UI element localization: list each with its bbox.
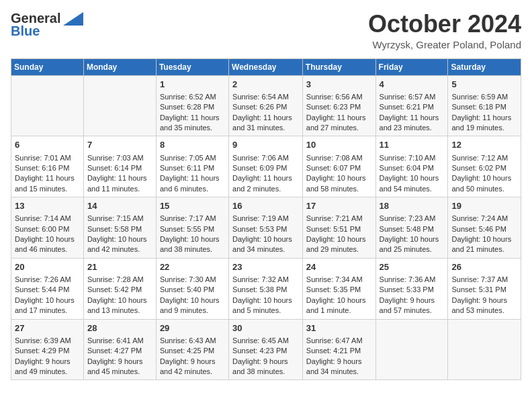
sunrise-text: Sunrise: 7:36 AM xyxy=(380,275,445,285)
sunrise-text: Sunrise: 6:52 AM xyxy=(160,92,225,102)
location: Wyrzysk, Greater Poland, Poland xyxy=(368,39,521,50)
calendar-cell: 11Sunrise: 7:10 AMSunset: 6:04 PMDayligh… xyxy=(375,136,448,197)
sunrise-text: Sunrise: 6:56 AM xyxy=(306,92,372,102)
calendar-cell: 18Sunrise: 7:23 AMSunset: 5:48 PMDayligh… xyxy=(375,197,448,259)
daylight-text: Daylight: 10 hours and 17 minutes. xyxy=(15,295,80,316)
day-number: 6 xyxy=(15,139,80,151)
daylight-text: Daylight: 10 hours and 1 minute. xyxy=(306,295,372,316)
sunset-text: Sunset: 4:23 PM xyxy=(232,346,299,356)
daylight-text: Daylight: 11 hours and 2 minutes. xyxy=(232,173,299,194)
calendar-cell: 1Sunrise: 6:52 AMSunset: 6:28 PMDaylight… xyxy=(156,75,228,136)
day-number: 29 xyxy=(160,322,225,334)
week-row-5: 27Sunrise: 6:39 AMSunset: 4:29 PMDayligh… xyxy=(11,319,521,380)
day-number: 20 xyxy=(15,261,80,273)
sunset-text: Sunset: 5:53 PM xyxy=(232,224,299,234)
sunset-text: Sunset: 6:04 PM xyxy=(380,163,445,173)
sunrise-text: Sunrise: 7:30 AM xyxy=(160,275,225,285)
daylight-text: Daylight: 10 hours and 29 minutes. xyxy=(306,234,372,255)
calendar-cell: 29Sunrise: 6:43 AMSunset: 4:25 PMDayligh… xyxy=(156,319,228,380)
daylight-text: Daylight: 11 hours and 15 minutes. xyxy=(15,173,80,194)
daylight-text: Daylight: 11 hours and 19 minutes. xyxy=(451,113,517,134)
daylight-text: Daylight: 10 hours and 9 minutes. xyxy=(160,295,225,316)
day-number: 12 xyxy=(451,139,517,151)
sunrise-text: Sunrise: 7:10 AM xyxy=(380,153,445,163)
day-number: 25 xyxy=(380,261,445,273)
sunrise-text: Sunrise: 6:54 AM xyxy=(232,92,299,102)
daylight-text: Daylight: 11 hours and 35 minutes. xyxy=(160,113,225,134)
sunset-text: Sunset: 5:31 PM xyxy=(451,285,517,295)
day-number: 8 xyxy=(160,139,225,151)
calendar-cell: 22Sunrise: 7:30 AMSunset: 5:40 PMDayligh… xyxy=(156,258,228,319)
sunset-text: Sunset: 5:33 PM xyxy=(380,285,445,295)
day-number: 4 xyxy=(380,79,445,91)
calendar-cell: 31Sunrise: 6:47 AMSunset: 4:21 PMDayligh… xyxy=(302,319,375,380)
daylight-text: Daylight: 10 hours and 42 minutes. xyxy=(87,234,152,255)
calendar-cell xyxy=(83,75,156,136)
day-header-monday: Monday xyxy=(83,58,156,75)
sunset-text: Sunset: 5:46 PM xyxy=(451,224,517,234)
calendar-cell: 13Sunrise: 7:14 AMSunset: 6:00 PMDayligh… xyxy=(11,197,84,259)
sunset-text: Sunset: 6:16 PM xyxy=(15,163,80,173)
month-title: October 2024 xyxy=(368,11,521,38)
daylight-text: Daylight: 9 hours and 45 minutes. xyxy=(87,357,152,377)
sunset-text: Sunset: 5:35 PM xyxy=(306,285,372,295)
svg-marker-0 xyxy=(63,12,83,26)
sunset-text: Sunset: 5:44 PM xyxy=(15,285,80,295)
calendar-cell: 14Sunrise: 7:15 AMSunset: 5:58 PMDayligh… xyxy=(83,197,156,259)
sunset-text: Sunset: 4:29 PM xyxy=(15,346,80,356)
day-number: 9 xyxy=(232,139,299,151)
daylight-text: Daylight: 10 hours and 54 minutes. xyxy=(380,173,445,194)
daylight-text: Daylight: 10 hours and 13 minutes. xyxy=(87,295,152,316)
day-header-tuesday: Tuesday xyxy=(156,58,228,75)
calendar-table: SundayMondayTuesdayWednesdayThursdayFrid… xyxy=(11,58,521,381)
days-header-row: SundayMondayTuesdayWednesdayThursdayFrid… xyxy=(11,58,521,75)
calendar-cell: 9Sunrise: 7:06 AMSunset: 6:09 PMDaylight… xyxy=(229,136,303,197)
sunrise-text: Sunrise: 7:21 AM xyxy=(306,214,372,224)
daylight-text: Daylight: 9 hours and 42 minutes. xyxy=(160,357,225,377)
calendar-cell: 16Sunrise: 7:19 AMSunset: 5:53 PMDayligh… xyxy=(229,197,303,259)
day-number: 30 xyxy=(232,322,299,334)
sunset-text: Sunset: 4:25 PM xyxy=(160,346,225,356)
calendar-cell: 3Sunrise: 6:56 AMSunset: 6:23 PMDaylight… xyxy=(302,75,375,136)
sunrise-text: Sunrise: 7:05 AM xyxy=(160,153,225,163)
day-number: 16 xyxy=(232,200,299,212)
calendar-cell: 26Sunrise: 7:37 AMSunset: 5:31 PMDayligh… xyxy=(448,258,521,319)
daylight-text: Daylight: 9 hours and 34 minutes. xyxy=(306,357,372,377)
sunset-text: Sunset: 6:14 PM xyxy=(87,163,152,173)
sunset-text: Sunset: 6:26 PM xyxy=(232,102,299,112)
logo: General Blue xyxy=(11,11,83,39)
sunrise-text: Sunrise: 7:26 AM xyxy=(15,275,80,285)
sunset-text: Sunset: 5:38 PM xyxy=(232,285,299,295)
sunrise-text: Sunrise: 6:43 AM xyxy=(160,336,225,346)
sunset-text: Sunset: 6:21 PM xyxy=(380,102,445,112)
day-number: 19 xyxy=(451,200,517,212)
sunrise-text: Sunrise: 7:34 AM xyxy=(306,275,372,285)
sunrise-text: Sunrise: 7:03 AM xyxy=(87,153,152,163)
calendar-cell xyxy=(11,75,84,136)
sunset-text: Sunset: 6:07 PM xyxy=(306,163,372,173)
sunset-text: Sunset: 6:28 PM xyxy=(160,102,225,112)
sunrise-text: Sunrise: 7:17 AM xyxy=(160,214,225,224)
calendar-cell: 30Sunrise: 6:45 AMSunset: 4:23 PMDayligh… xyxy=(229,319,303,380)
sunset-text: Sunset: 5:42 PM xyxy=(87,285,152,295)
logo-icon xyxy=(63,12,83,26)
calendar-cell: 24Sunrise: 7:34 AMSunset: 5:35 PMDayligh… xyxy=(302,258,375,319)
day-number: 3 xyxy=(306,79,372,91)
page-header: General Blue October 2024 Wyrzysk, Great… xyxy=(11,11,521,50)
sunrise-text: Sunrise: 7:06 AM xyxy=(232,153,299,163)
daylight-text: Daylight: 10 hours and 58 minutes. xyxy=(306,173,372,194)
day-number: 24 xyxy=(306,261,372,273)
day-header-saturday: Saturday xyxy=(448,58,521,75)
day-number: 28 xyxy=(87,322,152,334)
daylight-text: Daylight: 10 hours and 21 minutes. xyxy=(451,234,517,255)
calendar-cell: 5Sunrise: 6:59 AMSunset: 6:18 PMDaylight… xyxy=(448,75,521,136)
day-header-sunday: Sunday xyxy=(11,58,84,75)
sunrise-text: Sunrise: 7:32 AM xyxy=(232,275,299,285)
title-block: October 2024 Wyrzysk, Greater Poland, Po… xyxy=(368,11,521,50)
logo-blue: Blue xyxy=(11,24,40,39)
daylight-text: Daylight: 11 hours and 23 minutes. xyxy=(380,113,445,134)
sunrise-text: Sunrise: 7:19 AM xyxy=(232,214,299,224)
daylight-text: Daylight: 9 hours and 53 minutes. xyxy=(451,295,517,316)
week-row-4: 20Sunrise: 7:26 AMSunset: 5:44 PMDayligh… xyxy=(11,258,521,319)
day-number: 18 xyxy=(380,200,445,212)
